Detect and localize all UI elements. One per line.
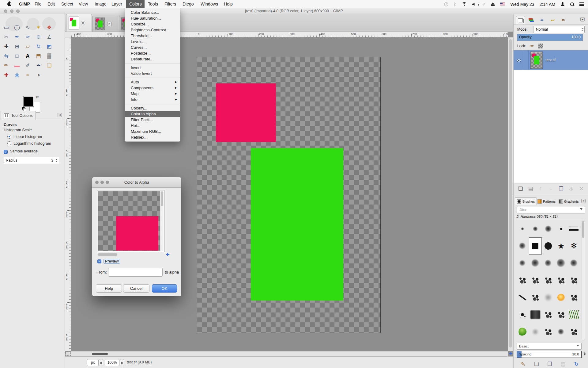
menu-tools[interactable]: Tools [145,0,161,8]
layer-visibility-icon[interactable] [517,59,521,62]
rect-select-tool[interactable]: ▭ [1,23,12,32]
menu-item-value-invert[interactable]: Value Invert [125,71,180,76]
brush-item-14[interactable] [555,255,567,272]
brush-item-28[interactable] [542,306,555,323]
mode-spinner[interactable] [581,26,584,33]
brush-item-12[interactable] [529,255,542,272]
tab-gradients[interactable]: Gradients [557,197,581,205]
menu-item-info[interactable]: Info▶ [125,97,180,102]
time-machine-icon[interactable] [444,2,448,6]
shear-tool[interactable]: ◩ [44,42,55,51]
collapse-layers-dock-button[interactable]: ◀ [580,17,585,21]
menu-item-colorize[interactable]: Colorize... [125,21,180,27]
brush-item-21[interactable] [516,289,529,306]
clone-tool[interactable]: ❏ [44,61,55,70]
paintbrush-tool[interactable]: ✏ [1,61,12,70]
paths-tool[interactable]: ✒ [12,32,22,42]
brush-item-1[interactable] [516,220,529,237]
brush-item-22[interactable] [529,289,542,306]
menu-item-levels[interactable]: Levels... [125,39,180,44]
preset-dropdown-icon[interactable] [577,345,579,348]
heal-tool[interactable]: ✚ [1,70,12,80]
dock-tab-layers[interactable] [516,16,525,25]
dock-tab-channels[interactable] [527,16,536,25]
zoom-spinner[interactable] [120,359,124,366]
brush-item-31[interactable] [516,323,529,340]
menu-item-invert[interactable]: Invert [125,65,180,71]
radius-value[interactable]: 3 [51,157,53,164]
brush-item-7[interactable] [529,237,542,255]
brush-item-18[interactable] [542,272,555,289]
brush-item-5[interactable] [567,220,580,237]
bucket-fill-tool[interactable]: ⬒ [33,51,44,61]
menu-layer[interactable]: Layer [108,0,125,8]
foreground-color-swatch[interactable] [23,96,34,107]
brush-item-15[interactable] [567,255,580,272]
brush-item-2[interactable] [529,220,542,237]
alpha-lock-icon[interactable] [538,44,543,48]
ellipse-select-tool[interactable]: ◯ [12,23,22,32]
default-colors-icon[interactable] [22,107,26,111]
dialog-zoom-button[interactable] [106,181,109,184]
bluetooth-icon[interactable]: ᛒ [454,2,456,7]
menu-item-threshold[interactable]: Threshold... [125,33,180,39]
rotate-tool[interactable]: ↻ [33,42,44,51]
dialog-preview-image[interactable] [98,191,160,251]
brush-item-6[interactable] [516,237,529,255]
pencil-icon[interactable]: ✐ [482,2,486,7]
ruler-corner-button[interactable] [65,32,71,37]
tab-close-icon[interactable]: ✕ [107,22,111,26]
brush-item-26[interactable] [516,306,529,323]
airbrush-tool[interactable]: ✐ [22,61,33,70]
help-button[interactable]: Help [96,284,122,293]
scissors-select-tool[interactable]: ✂ [1,32,12,42]
raise-layer-icon[interactable]: ↑ [536,185,546,193]
menu-select[interactable]: Select [58,0,76,8]
notification-list-icon[interactable] [579,2,584,6]
menu-item-map[interactable]: Map▶ [125,91,180,97]
lower-layer-icon[interactable]: ↓ [546,185,556,193]
pan-view-icon[interactable]: ✚ [508,351,513,356]
blur-sharpen-tool[interactable]: ◉ [12,70,22,80]
image-tab-1[interactable]: ✕ [66,14,92,32]
brush-item-25[interactable] [567,289,580,306]
brush-lock-icon[interactable]: ✏ [530,43,534,49]
preview-vscrollbar[interactable] [160,191,164,251]
menu-windows[interactable]: Windows [198,0,221,8]
dialog-minimize-button[interactable] [100,181,104,184]
eject-icon[interactable] [491,2,495,6]
menu-item-auto[interactable]: Auto▶ [125,79,180,85]
brush-item-29[interactable] [555,306,567,323]
refresh-brushes-icon[interactable]: ↻ [571,360,582,368]
tool-options-tab[interactable]: Tool Options [1,111,36,120]
preview-hscrollbar[interactable] [97,253,160,256]
hscrollbar-thumb[interactable] [92,353,108,355]
us-flag-icon[interactable] [500,2,505,6]
menu-item-retinex[interactable]: Retinex... [125,134,180,140]
brush-item-3[interactable] [542,220,555,237]
layer-row[interactable]: test.tif [514,50,588,70]
spacing-slider[interactable]: Spacing 10.0 [517,351,582,358]
new-brush-icon[interactable]: ❏ [531,360,542,368]
menu-image[interactable]: Image [92,0,110,8]
menu-view[interactable]: View [76,0,91,8]
smudge-tool[interactable]: ≈ [22,70,33,80]
ink-tool[interactable]: ✒ [33,61,44,70]
dock-tab-undo-history[interactable]: ↩ [548,16,557,25]
brush-item-35[interactable] [567,323,580,340]
brush-item-33[interactable] [542,323,555,340]
wifi-icon[interactable] [462,2,467,6]
collapse-tool-options-button[interactable]: ◀ [58,113,62,117]
brush-item-17[interactable] [529,272,542,289]
menu-filters[interactable]: Filters [161,0,179,8]
brush-item-19[interactable] [555,272,567,289]
cancel-button[interactable]: Cancel [123,284,149,293]
brush-item-27[interactable] [529,306,542,323]
zoom-field[interactable]: 100% [105,359,119,366]
zoom-tool[interactable]: ⊙ [33,32,44,42]
menu-item-colorify[interactable]: Colorify... [125,105,180,111]
vertical-ruler[interactable]: 0100200300400500600700800900 [65,37,71,351]
delete-brush-icon[interactable]: ▤ [558,360,568,368]
filter-dropdown-icon[interactable] [580,208,582,211]
spacing-spinner[interactable] [583,351,586,357]
